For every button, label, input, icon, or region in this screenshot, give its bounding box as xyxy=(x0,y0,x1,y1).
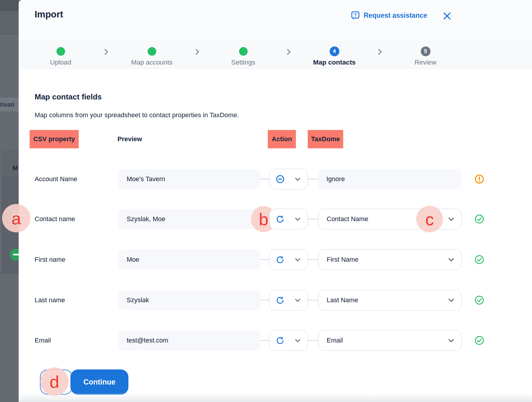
background-table-header: M xyxy=(2,149,19,178)
background-subbar xyxy=(0,11,19,36)
connector-line xyxy=(308,259,318,260)
connector-line xyxy=(308,219,318,219)
step-done-dot xyxy=(148,47,156,56)
csv-property-label: First name xyxy=(35,249,65,270)
connector-line xyxy=(308,340,318,341)
success-check-icon xyxy=(474,295,484,305)
warning-icon xyxy=(474,174,484,184)
annotation-circle-d: d xyxy=(40,367,69,396)
chevron-down-icon xyxy=(294,256,302,263)
chevron-down-icon xyxy=(294,296,302,304)
annotation-circle-c: c xyxy=(416,206,443,232)
page-title: Map contact fields xyxy=(35,92,102,102)
mapping-row: Email test@test.com Email xyxy=(19,330,532,351)
step-number-badge: 5 xyxy=(421,46,431,56)
page-description: Map columns from your spreadsheet to con… xyxy=(35,111,239,119)
refresh-icon xyxy=(275,255,285,264)
annotation-circle-a: a xyxy=(2,204,30,232)
chevron-down-icon xyxy=(447,255,455,264)
import-stepper: Upload Map accounts Settings 4 Map cont xyxy=(19,42,532,69)
request-assistance-label: Request assistance xyxy=(364,12,427,20)
ignore-minus-icon xyxy=(275,174,285,184)
action-dropdown-button[interactable] xyxy=(269,330,308,351)
taxdome-field-select[interactable]: First Name xyxy=(318,249,462,270)
connector-line xyxy=(260,300,269,300)
step-label: Review xyxy=(390,59,461,66)
step-label: Settings xyxy=(208,59,279,66)
connector-line xyxy=(260,179,269,179)
step-upload[interactable]: Upload xyxy=(25,42,96,69)
taxdome-field-value: Email xyxy=(327,337,343,344)
close-icon[interactable] xyxy=(442,11,452,21)
action-dropdown-button[interactable] xyxy=(269,209,308,229)
mapping-row: Contact name Szyslak, Moe Contact Name xyxy=(19,209,532,229)
taxdome-field-value: Last Name xyxy=(327,296,358,304)
refresh-icon xyxy=(275,336,285,345)
connector-line xyxy=(308,179,318,179)
success-check-icon xyxy=(474,214,484,224)
csv-property-label: Last name xyxy=(35,290,65,311)
chevron-down-icon xyxy=(447,215,455,223)
column-header-preview: Preview xyxy=(117,130,142,148)
step-number-badge: 4 xyxy=(330,46,339,56)
step-done-dot xyxy=(57,47,65,56)
preview-value: Szyslak, Moe xyxy=(118,209,260,229)
connector-line xyxy=(260,259,269,260)
step-review[interactable]: 5 Review xyxy=(390,42,461,69)
taxdome-field-select[interactable]: Last Name xyxy=(318,290,462,311)
background-tab-label: tivati xyxy=(0,101,14,108)
csv-property-label: Contact name xyxy=(35,209,75,229)
mapping-row: Last name Szyslak Last Name xyxy=(19,290,532,311)
background-column-header: M xyxy=(12,164,18,172)
preview-value: Moe xyxy=(118,250,260,270)
continue-button[interactable]: Continue xyxy=(70,369,128,395)
action-dropdown-button[interactable] xyxy=(269,249,308,270)
step-label: Map accounts xyxy=(116,59,187,66)
step-map-contacts[interactable]: 4 Map contacts xyxy=(299,42,370,69)
chevron-down-icon xyxy=(447,336,455,345)
refresh-icon xyxy=(275,295,285,305)
preview-value: Moe's Tavern xyxy=(118,169,260,189)
success-check-icon xyxy=(474,255,484,265)
dimmed-background-page: tivati M xyxy=(0,0,19,402)
action-dropdown-button[interactable] xyxy=(269,169,308,189)
connector-line xyxy=(260,340,269,341)
step-done-dot xyxy=(239,47,248,56)
svg-text:?: ? xyxy=(354,13,357,18)
mapping-row: Account Name Moe's Tavern Ignore xyxy=(19,169,532,189)
chevron-down-icon xyxy=(447,296,455,304)
chevron-down-icon xyxy=(294,175,302,183)
csv-property-label: Account Name xyxy=(35,169,77,189)
taxdome-field-value: First Name xyxy=(327,256,359,263)
connector-line xyxy=(308,300,318,300)
column-header-label: CSV property xyxy=(33,135,75,143)
action-dropdown-button[interactable] xyxy=(269,290,308,311)
column-header-csv-property: CSV property xyxy=(30,130,79,148)
background-tab-partial: tivati xyxy=(0,98,19,111)
refresh-icon xyxy=(275,214,285,224)
preview-value: test@test.com xyxy=(118,330,260,350)
column-header-action: Action xyxy=(268,130,296,148)
preview-value: Szyslak xyxy=(118,290,260,310)
step-settings[interactable]: Settings xyxy=(208,42,279,69)
request-assistance-link[interactable]: ? Request assistance xyxy=(351,11,427,20)
help-bubble-icon: ? xyxy=(351,11,360,20)
taxdome-field-value: Contact Name xyxy=(327,215,368,223)
column-header-label: Action xyxy=(272,135,292,143)
chevron-right-icon xyxy=(103,48,109,55)
taxdome-field-select[interactable]: Email xyxy=(318,330,462,351)
screen: tivati M Import ? Request assistance xyxy=(0,0,532,402)
chevron-right-icon xyxy=(377,48,383,55)
import-modal: Import ? Request assistance xyxy=(19,0,532,402)
chevron-down-icon xyxy=(294,215,302,223)
column-header-label: Preview xyxy=(117,135,142,143)
modal-title: Import xyxy=(35,9,63,20)
step-map-accounts[interactable]: Map accounts xyxy=(116,42,187,69)
chevron-down-icon xyxy=(294,337,302,344)
success-check-icon xyxy=(474,335,484,345)
column-header-taxdome: TaxDome xyxy=(308,130,343,148)
chevron-right-icon xyxy=(194,48,200,55)
step-label: Upload xyxy=(25,59,96,66)
csv-property-label: Email xyxy=(35,330,51,351)
mapping-row: First name Moe First Name xyxy=(19,249,532,270)
